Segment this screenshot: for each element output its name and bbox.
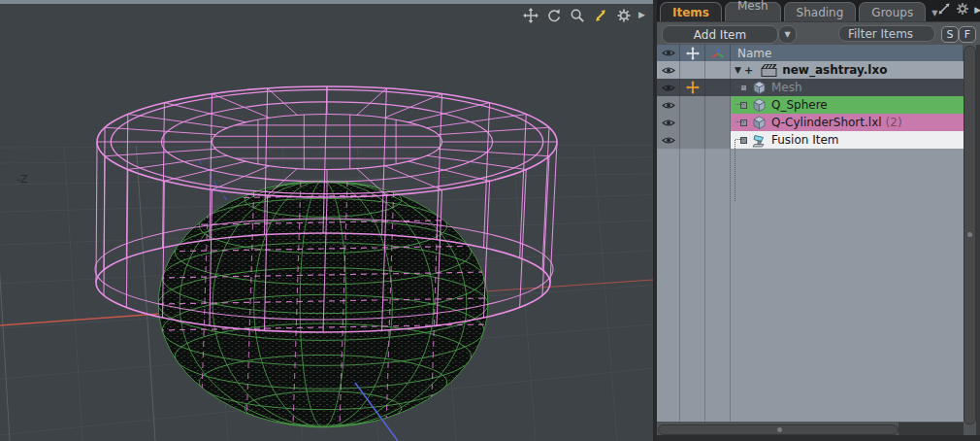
eye-icon (662, 66, 675, 75)
item-name-cell[interactable]: Q-CylinderShort.lxl (2) (731, 114, 964, 131)
tree-bullet (740, 137, 747, 144)
horizontal-scrollbar[interactable] (658, 424, 898, 435)
viewport-top-strip (0, 0, 653, 4)
mesh-cube-icon (752, 98, 767, 113)
list-item-fusion[interactable]: Fusion Item (657, 131, 964, 149)
axis-tripod-icon (711, 48, 725, 59)
tree-bullet (740, 119, 747, 126)
item-name-cell[interactable]: ▼ + new_ashtray.lxo (731, 61, 964, 79)
transform-cell[interactable] (680, 114, 705, 131)
scrollbar-corner (898, 423, 964, 435)
tab-shading[interactable]: Shading (784, 2, 857, 21)
transform-cross-icon (686, 47, 700, 60)
transform-cell[interactable] (680, 96, 705, 114)
visibility-toggle[interactable] (657, 61, 680, 79)
axis-cell[interactable] (705, 96, 731, 114)
viewport-more-arrow-icon[interactable]: ▶ (638, 11, 645, 19)
scrollbar-knob[interactable] (967, 232, 972, 237)
mesh-cube-icon (752, 116, 767, 130)
panel-tab-bar: Items Mesh ... Shading Groups ▼ ▶ (657, 0, 980, 21)
column-separator (704, 149, 705, 422)
name-column-header[interactable]: Name (731, 45, 964, 61)
item-label: Q_Sphere (771, 98, 828, 112)
axis-column-header[interactable] (705, 45, 731, 61)
collapse-caret-icon[interactable]: ▼ (735, 65, 741, 75)
axis-cell[interactable] (705, 61, 731, 79)
items-panel: Items Mesh ... Shading Groups ▼ ▶ Add It… (657, 0, 980, 441)
mesh-cube-icon (752, 81, 767, 95)
eye-icon (662, 119, 675, 127)
panel-right-edge (976, 45, 980, 435)
panel-toolbar: Add Item ▼ Filter Items S F (657, 21, 980, 46)
axis-label-negative-z: -Z (16, 173, 28, 186)
item-list-header: Name (657, 45, 964, 61)
eye-icon (662, 101, 675, 110)
item-label: new_ashtray.lxo (782, 63, 887, 77)
panel-bottom-edge (657, 435, 980, 441)
visibility-toggle[interactable] (657, 131, 680, 149)
viewport-toolbar: ▶ (522, 7, 645, 23)
axis-cell[interactable] (705, 79, 731, 96)
eye-icon (662, 136, 675, 145)
item-list-empty-area[interactable] (657, 149, 964, 422)
scene-clapperboard-icon (761, 64, 777, 77)
list-item-mesh[interactable]: Mesh (657, 79, 964, 96)
filter-items-input[interactable]: Filter Items (838, 25, 935, 42)
tree-bullet (740, 85, 747, 91)
transform-cell[interactable] (680, 131, 705, 149)
axis-cell[interactable] (705, 114, 731, 131)
zoom-icon[interactable] (569, 7, 585, 23)
panel-more-arrow-icon[interactable]: ▶ (974, 6, 980, 15)
list-item-scene[interactable]: ▼ + new_ashtray.lxo (657, 61, 964, 79)
eye-icon (662, 84, 675, 92)
tab-items[interactable]: Items (660, 2, 722, 21)
tree-bullet (740, 102, 747, 109)
gear-icon[interactable] (615, 7, 632, 23)
visibility-column-header[interactable] (657, 45, 680, 61)
tab-groups[interactable]: Groups (859, 2, 926, 21)
visibility-toggle[interactable] (657, 96, 680, 114)
viewport-canvas[interactable]: -Z (0, 0, 653, 441)
expand-plus-icon[interactable]: + (744, 64, 753, 77)
panel-gear-icon[interactable] (956, 1, 969, 19)
rotate-icon[interactable] (545, 7, 562, 23)
add-item-dropdown-button[interactable]: ▼ (778, 25, 797, 44)
transform-column-header[interactable] (680, 45, 705, 61)
list-item-q-cylindershort[interactable]: Q-CylinderShort.lxl (2) (657, 114, 964, 131)
item-name-cell[interactable]: Fusion Item (731, 131, 964, 149)
search-mode-button[interactable]: S (941, 26, 959, 43)
axis-cell[interactable] (705, 131, 731, 149)
scrollbar-knob[interactable] (777, 427, 782, 432)
visibility-toggle[interactable] (657, 114, 680, 131)
viewport-3d[interactable]: -Z ▶ (0, 0, 653, 441)
fusion-item-icon (752, 133, 767, 148)
application-window: -Z ▶ (0, 0, 980, 441)
transform-cell[interactable] (680, 61, 705, 79)
vertical-scrollbar[interactable] (964, 46, 976, 424)
column-separator (730, 149, 731, 422)
item-label: Mesh (771, 81, 802, 94)
filter-mode-button[interactable]: F (959, 26, 976, 43)
item-label: Fusion Item (771, 133, 839, 147)
item-list: ▼ + new_ashtray.lxo (657, 61, 964, 149)
panel-expand-icon[interactable] (937, 1, 951, 19)
transform-cross-icon-active (686, 81, 700, 94)
column-separator (679, 149, 680, 422)
list-item-q-sphere[interactable]: Q_Sphere (657, 96, 964, 114)
transform-cell[interactable] (680, 79, 705, 96)
add-item-button[interactable]: Add Item (662, 25, 778, 44)
item-label: Q-CylinderShort.lxl (771, 116, 882, 129)
item-name-cell[interactable]: Q_Sphere (731, 96, 964, 114)
maximize-icon[interactable] (592, 7, 608, 23)
item-name-cell[interactable]: Mesh (731, 79, 964, 96)
move-icon[interactable] (522, 7, 539, 23)
eye-icon (662, 49, 675, 57)
tab-mesh-ops[interactable]: Mesh ... (725, 2, 781, 21)
visibility-toggle[interactable] (657, 79, 680, 96)
instance-count-badge: (2) (886, 116, 902, 129)
